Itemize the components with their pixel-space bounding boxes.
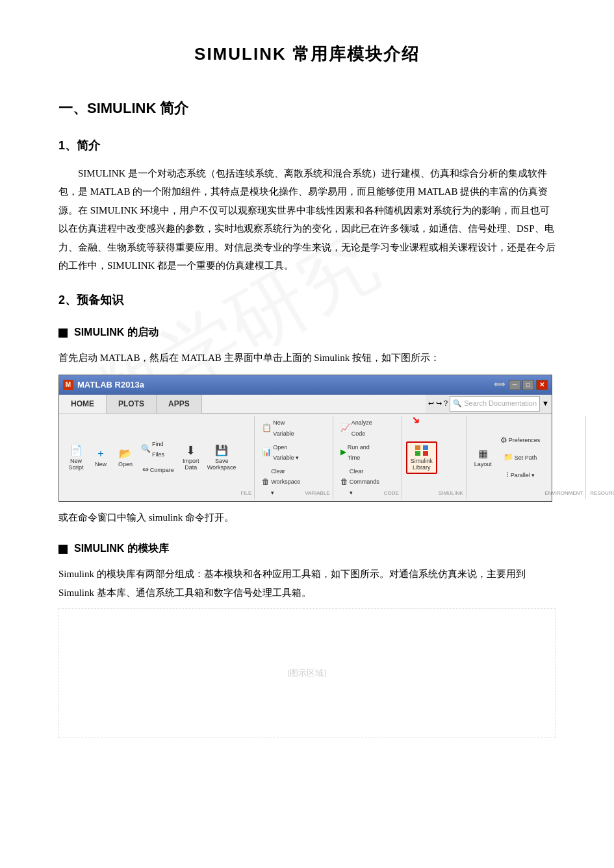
variable-group-label: VARIABLE: [305, 489, 330, 499]
new-variable-button[interactable]: 📋 New Variable: [259, 416, 303, 440]
help-circle-icon[interactable]: ?: [444, 397, 448, 410]
bullet-square-icon: [58, 329, 68, 338]
para3: Simulink 的模块库有两部分组成：基本模块和各种应用工具箱，如下图所示。对…: [58, 565, 556, 602]
code-group-label: CODE: [384, 489, 399, 499]
paragraph1: SIMULINK 是一个对动态系统（包括连续系统、离散系统和混合系统）进行建模、…: [58, 164, 556, 275]
clear-workspace-button[interactable]: 🗑 Clear Workspace ▾: [259, 465, 303, 499]
preferences-button[interactable]: ⚙ Preferences: [497, 432, 544, 449]
parallel-icon: ⫶: [505, 468, 509, 482]
run-time-icon: ▶: [340, 445, 346, 460]
new-variable-label: New Variable: [273, 417, 300, 438]
para3-text: Simulink 的模块库有两部分组成：基本模块和各种应用工具箱，如下图所示。对…: [58, 569, 526, 598]
ribbon-resources-group: RESOURCES ▼: [587, 416, 614, 499]
tab-plots[interactable]: PLOTS: [107, 395, 157, 414]
new-variable-icon: 📋: [262, 421, 272, 436]
find-files-button[interactable]: 🔍 Find Files: [138, 438, 178, 461]
search-arrow-icon: ▼: [542, 397, 549, 410]
bullet1-heading: SIMULINK 的启动: [58, 323, 556, 342]
redo-icon[interactable]: ↪: [436, 397, 442, 410]
bullet2-heading-text: SIMULINK 的模块库: [74, 539, 169, 558]
layout-button[interactable]: ▦ Layout: [470, 445, 496, 470]
subsection2-heading: 2、预备知识: [58, 290, 556, 310]
open-variable-button[interactable]: 📊 Open Variable ▾: [259, 441, 303, 464]
set-path-label: Set Path: [515, 453, 537, 463]
matlab-tabs: HOME PLOTS APPS ↩ ↪ ? 🔍 Search Documenta…: [59, 395, 552, 415]
para2-before-text: 首先启动 MATLAB，然后在 MATLAB 主界面中单击上面的 Simulin…: [58, 353, 440, 363]
layout-icon: ▦: [475, 447, 491, 460]
open-variable-label: Open Variable ▾: [273, 442, 300, 463]
matlab-titlebar: M MATLAB R2013a ⟺ ─ □ ✕: [59, 375, 552, 394]
ribbon-simulink-group: SimulinkLibrary ➜ SIMULINK: [403, 416, 467, 499]
ribbon-environment-group: ▦ Layout ⚙ Preferences 📁 Set Path: [468, 416, 587, 499]
svg-rect-2: [415, 451, 420, 456]
search-icon: 🔍: [453, 397, 462, 410]
analyze-code-button[interactable]: 📈 Analyze Code: [337, 416, 383, 440]
minimize-button[interactable]: ─: [509, 380, 520, 390]
clear-commands-button[interactable]: 🗑 Clear Commands ▾: [337, 465, 383, 499]
matlab-titlebar-left: M MATLAB R2013a: [63, 377, 144, 392]
open-label: Open: [118, 462, 133, 468]
new-button[interactable]: + New: [89, 445, 112, 470]
subsection1-heading-text: 1、简介: [58, 139, 100, 152]
svg-rect-0: [415, 445, 420, 450]
find-files-label: Find Files: [152, 439, 175, 460]
set-path-button[interactable]: 📁 Set Path: [497, 449, 544, 466]
para2-after: 或在命令窗口中输入 simulink 命令打开。: [58, 508, 556, 527]
clear-commands-label: Clear Commands ▾: [350, 466, 379, 498]
para2-after-text: 或在命令窗口中输入 simulink 命令打开。: [58, 512, 234, 523]
subsection2-heading-text: 2、预备知识: [58, 293, 123, 306]
svg-rect-3: [423, 451, 428, 456]
close-button[interactable]: ✕: [536, 380, 548, 390]
simulink-library-button[interactable]: SimulinkLibrary: [406, 441, 437, 474]
new-script-button[interactable]: 📄 NewScript: [64, 442, 88, 473]
run-time-label: Run and Time: [348, 442, 379, 463]
matlab-titlebar-controls[interactable]: ─ □ ✕: [509, 380, 548, 390]
import-data-button[interactable]: ⬇ ImportData: [179, 442, 203, 473]
layout-label: Layout: [474, 462, 492, 468]
svg-rect-1: [423, 445, 428, 450]
resize-icon: ⟺: [494, 378, 505, 392]
red-arrow-icon: ➜: [406, 411, 426, 430]
simulink-library-label: SimulinkLibrary: [411, 458, 433, 471]
tab-home[interactable]: HOME: [59, 395, 107, 414]
ribbon-code-group: 📈 Analyze Code ▶ Run and Time 🗑 Clear Co…: [335, 416, 402, 499]
run-time-button[interactable]: ▶ Run and Time: [337, 441, 383, 464]
new-icon: +: [93, 447, 109, 460]
open-button[interactable]: 📂 Open: [114, 445, 137, 470]
undo-icon[interactable]: ↩: [428, 397, 434, 410]
import-data-icon: ⬇: [183, 444, 199, 457]
matlab-title-text: MATLAB R2013a: [77, 377, 144, 392]
import-data-label: ImportData: [183, 458, 199, 471]
parallel-button[interactable]: ⫶ Parallel ▾: [497, 467, 544, 484]
paragraph1-text: SIMULINK 是一个对动态系统（包括连续系统、离散系统和混合系统）进行建模、…: [58, 168, 556, 271]
save-workspace-button[interactable]: 💾 SaveWorkspace: [204, 442, 240, 473]
open-variable-icon: 📊: [262, 445, 272, 460]
save-workspace-label: SaveWorkspace: [207, 458, 237, 471]
simulink-library-icon: [414, 444, 429, 457]
save-workspace-icon: 💾: [214, 444, 229, 457]
section1-heading: 一、SIMULINK 简介: [58, 95, 556, 121]
file-group-label: FILE: [240, 489, 251, 499]
figure2-placeholder: [图示区域]: [58, 608, 556, 738]
bullet1-heading-text: SIMULINK 的启动: [74, 323, 159, 342]
new-script-icon: 📄: [68, 444, 84, 457]
page-title: SIMULINK 常用库模块介绍: [58, 39, 556, 69]
resources-group-label: RESOURCES: [590, 489, 614, 499]
analyze-code-icon: 📈: [340, 421, 350, 436]
open-icon: 📂: [118, 447, 133, 460]
ribbon-file-group: 📄 NewScript + New 📂 Open 🔍 Fin: [62, 416, 255, 499]
search-placeholder-text: Search Documentation: [464, 397, 537, 410]
preferences-icon: ⚙: [500, 434, 507, 448]
tab-apps[interactable]: APPS: [157, 395, 202, 414]
title-cn: 常用库模块介绍: [292, 44, 420, 64]
new-label: New: [95, 462, 107, 468]
analyze-code-label: Analyze Code: [352, 417, 379, 438]
matlab-logo-icon: M: [63, 380, 73, 390]
find-files-icon: 🔍: [141, 442, 151, 456]
clear-commands-icon: 🗑: [340, 475, 348, 490]
matlab-ribbon: 📄 NewScript + New 📂 Open 🔍 Fin: [59, 414, 552, 501]
compare-button[interactable]: ⇔ Compare: [138, 462, 178, 478]
search-box[interactable]: 🔍 Search Documentation: [450, 396, 540, 412]
maximize-button[interactable]: □: [522, 380, 534, 390]
new-script-label: NewScript: [68, 458, 83, 471]
